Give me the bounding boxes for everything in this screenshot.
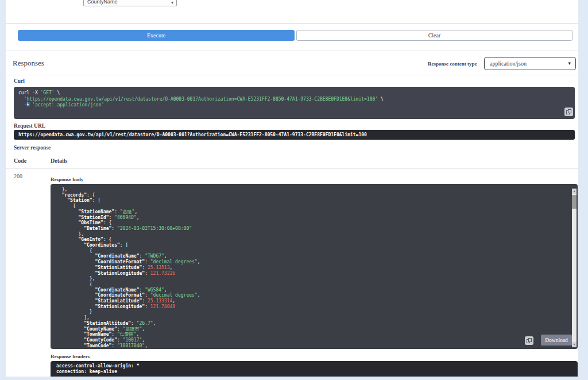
copy-icon-front	[528, 338, 532, 342]
copy-icon[interactable]	[564, 108, 573, 116]
section-divider	[6, 23, 578, 24]
scrollbar[interactable]: ▴ ▾	[572, 189, 577, 347]
section-divider	[6, 51, 578, 51]
status-code: 200	[14, 173, 22, 179]
responses-title: Responses	[13, 59, 44, 68]
copy-icon[interactable]	[525, 336, 533, 345]
operation-block: CountyName ▾ Execute Clear Responses Res…	[6, 0, 578, 377]
scroll-down-icon[interactable]: ▾	[572, 342, 577, 347]
county-name-select[interactable]: CountyName ▾	[83, 0, 177, 6]
request-url-heading: Request URL	[14, 123, 45, 129]
response-body-heading: Response body	[51, 176, 83, 182]
chevron-down-icon: ▾	[171, 0, 173, 5]
response-headers-text: access-control-allow-origin: *connection…	[56, 363, 578, 375]
response-headers-block: access-control-allow-origin: *connection…	[51, 361, 578, 377]
execute-button[interactable]: Execute	[18, 30, 295, 41]
swagger-api-page: { "icons": { "chevron_down": "▾", "scrol…	[0, 0, 588, 380]
details-column-header: Details	[51, 158, 67, 164]
curl-command-text: curl -X 'GET' \ 'https://opendata.cwa.go…	[18, 90, 570, 109]
response-content-type-value: application/json	[490, 60, 527, 67]
scrollbar-thumb[interactable]	[572, 195, 577, 209]
request-url-value: https://opendata.cwa.gov.tw/api/v1/rest/…	[14, 130, 575, 140]
download-button[interactable]: Download	[541, 335, 572, 346]
response-content-type-label: Response content type	[428, 61, 477, 67]
response-body-json: }, "records": { "Station": [ { "StationN…	[56, 187, 578, 348]
response-body-block: }, "records": { "Station": [ { "StationN…	[51, 184, 578, 349]
section-divider	[6, 75, 578, 75]
copy-icon-front	[568, 109, 571, 113]
code-column-header: Code	[14, 158, 26, 164]
county-name-select-value: CountyName	[87, 0, 118, 5]
scroll-up-icon[interactable]: ▴	[572, 189, 577, 194]
table-header-divider	[6, 168, 578, 168]
clear-button[interactable]: Clear	[296, 30, 572, 41]
curl-command-block: curl -X 'GET' \ 'https://opendata.cwa.go…	[14, 87, 575, 119]
server-response-heading: Server response	[14, 145, 51, 151]
response-content-type-select[interactable]: application/json ▾	[484, 57, 576, 70]
response-headers-heading: Response headers	[51, 354, 90, 359]
chevron-down-icon: ▾	[568, 57, 571, 70]
curl-heading: Curl	[14, 78, 25, 84]
